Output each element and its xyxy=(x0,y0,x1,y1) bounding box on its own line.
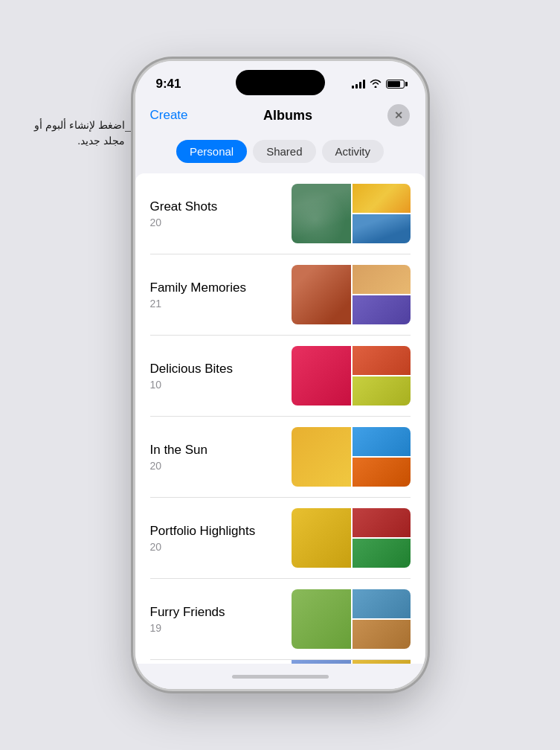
annotation-text: اضغط لإنشاء ألبوم أو مجلد جديد. xyxy=(13,118,125,149)
album-thumbs xyxy=(292,184,411,243)
album-list: Great Shots 20 Family Memories 21 xyxy=(135,173,425,664)
album-thumbs xyxy=(292,427,411,487)
signal-icon xyxy=(352,80,365,89)
home-bar xyxy=(232,675,329,679)
status-time: 9:41 xyxy=(156,77,181,92)
thumb-1 xyxy=(292,589,351,649)
album-name: In the Sun xyxy=(150,443,292,458)
album-count: 20 xyxy=(150,217,292,228)
album-name: Great Shots xyxy=(150,199,292,214)
album-thumbs xyxy=(292,265,411,324)
album-count: 21 xyxy=(150,298,292,310)
close-button[interactable]: ✕ xyxy=(387,104,410,126)
thumb-1 xyxy=(292,265,351,324)
phone-shell: 9:41 Creat xyxy=(135,61,425,689)
album-item-portfolio-highlights[interactable]: Portfolio Highlights 20 xyxy=(150,498,411,579)
thumb-3 xyxy=(353,214,411,243)
album-thumbs xyxy=(292,589,411,649)
status-icons xyxy=(352,79,405,90)
tab-activity[interactable]: Activity xyxy=(322,140,384,163)
album-info: Delicious Bites 10 xyxy=(150,362,292,391)
album-count: 20 xyxy=(150,460,292,472)
thumb-3 xyxy=(353,376,411,406)
scene: اضغط لإنشاء ألبوم أو مجلد جديد. 9:41 xyxy=(0,0,560,750)
page-title: Albums xyxy=(263,108,312,124)
album-count: 19 xyxy=(150,622,292,634)
tab-shared[interactable]: Shared xyxy=(253,140,315,163)
thumb-2 xyxy=(353,184,411,213)
thumb-2 xyxy=(353,427,411,456)
close-icon: ✕ xyxy=(394,110,403,121)
album-thumbs xyxy=(292,508,411,568)
tab-personal[interactable]: Personal xyxy=(176,140,247,163)
create-button[interactable]: Create xyxy=(150,108,188,123)
album-count: 10 xyxy=(150,379,292,391)
album-info: Furry Friends 19 xyxy=(150,605,292,634)
thumb-1 xyxy=(292,346,351,406)
album-info: Portfolio Highlights 20 xyxy=(150,524,292,553)
thumb-1 xyxy=(292,427,351,487)
album-info: Great Shots 20 xyxy=(150,199,292,228)
thumb-2 xyxy=(353,265,411,294)
thumb-3 xyxy=(353,620,411,649)
dynamic-island xyxy=(236,70,325,95)
thumb-2 xyxy=(353,589,411,618)
thumb-1 xyxy=(292,508,351,568)
album-thumbs xyxy=(292,346,411,406)
album-item-delicious-bites[interactable]: Delicious Bites 10 xyxy=(150,336,411,417)
album-name: Delicious Bites xyxy=(150,362,292,376)
screen: Create Albums ✕ Personal Shared Activity… xyxy=(135,98,425,689)
album-item-in-the-sun[interactable]: In the Sun 20 xyxy=(150,417,411,498)
album-count: 20 xyxy=(150,541,292,553)
header: Create Albums ✕ xyxy=(135,98,425,134)
album-name: Family Memories xyxy=(150,281,292,295)
battery-icon xyxy=(386,80,405,89)
album-name: Furry Friends xyxy=(150,605,292,620)
home-indicator xyxy=(135,664,425,689)
album-info: Family Memories 21 xyxy=(150,281,292,310)
album-item-great-shots[interactable]: Great Shots 20 xyxy=(150,173,411,254)
album-name: Portfolio Highlights xyxy=(150,524,292,539)
album-info: In the Sun 20 xyxy=(150,443,292,472)
album-item-furry-friends[interactable]: Furry Friends 19 xyxy=(150,579,411,660)
album-item-family-memories[interactable]: Family Memories 21 xyxy=(150,254,411,336)
thumb-3 xyxy=(353,539,411,568)
thumb-3 xyxy=(353,295,411,324)
thumb-2 xyxy=(353,508,411,537)
thumb-2 xyxy=(353,346,411,375)
thumb-1 xyxy=(292,184,351,243)
segment-control: Personal Shared Activity xyxy=(135,134,425,173)
thumb-3 xyxy=(353,458,411,487)
wifi-icon xyxy=(370,79,382,90)
